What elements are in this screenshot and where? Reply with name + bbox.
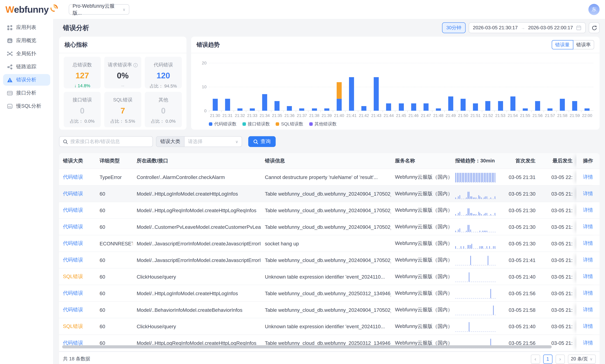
cell-trend-sparkline — [451, 172, 499, 182]
metrics-title: 核心指标 — [65, 41, 88, 48]
app-select-dropdown[interactable]: Pro-Webfunny云服版... ∨ — [69, 4, 129, 15]
detail-link[interactable]: 详情 — [583, 257, 593, 263]
sparkline — [455, 172, 496, 182]
toggle-error-rate[interactable]: 错误率 — [573, 40, 594, 49]
cell-error-category: 代码错误 — [59, 190, 96, 197]
cell-first-seen: 03-05 21:40 — [499, 274, 539, 279]
chart-bar-代码错误数 — [473, 104, 478, 111]
x-axis-label: 21:50 — [457, 113, 469, 118]
cell-function: Model/..BehaviorInfoModel.createBehavior… — [133, 307, 261, 313]
search-icon — [253, 139, 258, 144]
x-axis-tick — [308, 111, 309, 112]
sidebar-item-app-list[interactable]: 应用列表 — [3, 22, 50, 33]
page-header: 错误分析 30分钟 2026-03-05 21:30:17 → 2026-03-… — [54, 19, 605, 37]
legend-label: 代码错误数 — [214, 121, 237, 127]
user-avatar[interactable]: 东 — [588, 4, 600, 15]
cell-function: Model/..HttpLogReqInfoModel.createHttpLo… — [133, 207, 261, 213]
x-axis-tick — [333, 111, 333, 112]
detail-link[interactable]: 详情 — [583, 306, 593, 313]
metric-other-errors: 其他 0 占比： 0.0% — [145, 92, 182, 127]
x-axis-label: 21:59 — [569, 113, 581, 118]
col-header-function: 所在函数/接口 — [133, 157, 261, 164]
chart-bar-代码错误数 — [560, 99, 565, 111]
webfunny-logo: Webfunny — [5, 4, 59, 15]
detail-link[interactable]: 详情 — [583, 339, 593, 347]
cell-trend-sparkline — [451, 205, 499, 216]
cell-first-seen: 03-05 21:30 — [499, 207, 539, 213]
x-axis-tick — [482, 111, 482, 112]
detail-link[interactable]: 详情 — [583, 323, 593, 330]
cell-error-type: ECONNRESET — [96, 241, 133, 246]
date-range-picker[interactable]: 2026-03-05 21:30:17 → 2026-03-05 22:00:1… — [469, 22, 586, 33]
sidebar-item-app-overview[interactable]: 应用概览 — [3, 35, 50, 46]
chart-bar-代码错误数 — [374, 77, 379, 111]
apps-grid-icon — [6, 24, 13, 30]
cell-error-message: Cannot destructure property 'ruleName' o… — [261, 174, 391, 180]
x-axis-label: 21:33 — [246, 113, 258, 118]
search-input[interactable]: 搜索接口名称/错误信息 — [59, 136, 153, 147]
sidebar-item-trace[interactable]: 链路追踪 — [3, 61, 50, 73]
sidebar-item-api-analysis[interactable]: HTTP 接口分析 — [3, 87, 50, 99]
detail-link[interactable]: 详情 — [583, 207, 593, 214]
prev-page-button[interactable]: ‹ — [531, 354, 540, 364]
cell-service-name: Webfunny云服版（国内） — [391, 257, 451, 263]
category-select[interactable]: 请选择 ∨ — [184, 136, 242, 147]
query-button[interactable]: 查询 — [248, 136, 276, 147]
x-axis-label: 21:58 — [556, 113, 568, 118]
x-axis-tick — [221, 111, 222, 112]
cell-error-message: Table webfunny_cloud_db.webfunny_2024090… — [261, 257, 391, 263]
cell-service-name: Webfunny云服版（国内） — [391, 223, 451, 230]
x-axis-tick — [258, 111, 259, 112]
sidebar-item-error-analysis[interactable]: 错误分析 — [3, 74, 50, 86]
legend-item-其他错误数[interactable]: 其他错误数 — [309, 121, 337, 127]
sidebar-item-slow-sql[interactable]: SQL 慢SQL分析 — [3, 100, 50, 112]
cell-error-type: 60 — [96, 307, 133, 313]
next-page-button[interactable]: › — [555, 354, 565, 364]
cell-error-message: Unknown table expression identifier 'eve… — [261, 324, 391, 329]
cell-service-name: Webfunny云服版（国内） — [391, 174, 451, 181]
x-axis-tick — [246, 111, 246, 112]
cell-error-message: Table webfunny_cloud_db.webfunny_2024090… — [261, 207, 391, 213]
legend-item-代码错误数[interactable]: 代码错误数 — [209, 121, 237, 127]
arrow-right-icon: → — [521, 26, 525, 30]
chart-bar-代码错误数 — [423, 104, 429, 111]
cell-service-name: Webfunny云服版（国内） — [391, 273, 451, 280]
time-range-chip[interactable]: 30分钟 — [442, 22, 466, 33]
cell-error-category: SQL错误 — [59, 323, 96, 330]
horizontal-scrollbar[interactable] — [62, 345, 552, 348]
error-trend-chart: 21:3021:3121:3221:3321:3421:3521:3621:37… — [191, 53, 600, 130]
x-axis-tick — [358, 111, 358, 112]
toggle-error-count[interactable]: 错误量 — [552, 40, 573, 49]
page-number-button[interactable]: 1 — [543, 354, 552, 364]
webfunny-dashboard: 应用列表 应用概览 全局拓扑 链路追踪 错误分析 — [0, 0, 605, 364]
chart-bar-代码错误数 — [436, 108, 441, 111]
cell-trend-sparkline — [451, 321, 499, 332]
legend-item-SQL错误数[interactable]: SQL错误数 — [276, 121, 303, 127]
x-axis-label: 21:57 — [544, 113, 556, 118]
detail-link[interactable]: 详情 — [583, 273, 593, 280]
cell-function: Model/..CustomerPvLeaveModel.createCusto… — [133, 224, 261, 230]
calendar-icon — [576, 25, 581, 30]
page-title: 错误分析 — [63, 23, 89, 32]
detail-link[interactable]: 详情 — [583, 290, 593, 297]
chart-bar-代码错误数 — [461, 99, 466, 111]
cell-last-seen: 03-05 21: — [539, 224, 576, 230]
sidebar-item-global-topology[interactable]: 全局拓扑 — [3, 48, 50, 59]
date-start[interactable]: 2026-03-05 21:30:17 — [473, 25, 518, 30]
refresh-button[interactable] — [589, 22, 600, 33]
cell-error-category: SQL错误 — [59, 273, 96, 280]
cell-actions: 详情 — [577, 302, 600, 318]
page-size-select[interactable]: 20 条/页 ∨ — [568, 354, 596, 364]
metrics-grid: 总错误数 127 ↓ 14.8% 请求错误率 0% -- 代码错误 120 — [59, 53, 187, 131]
cell-last-seen: 03-05 22: — [539, 174, 576, 180]
date-end[interactable]: 2026-03-05 22:00:17 — [528, 25, 573, 30]
detail-link[interactable]: 详情 — [583, 190, 593, 197]
detail-link[interactable]: 详情 — [583, 223, 593, 230]
sparkline — [455, 255, 496, 265]
col-header-last-seen: 最后发生 — [539, 157, 576, 164]
legend-item-接口错误数[interactable]: 接口错误数 — [242, 121, 270, 127]
detail-link[interactable]: 详情 — [583, 240, 593, 247]
sparkline — [455, 222, 496, 232]
detail-link[interactable]: 详情 — [583, 174, 593, 181]
cell-service-name: Webfunny云服版（国内） — [391, 290, 451, 297]
